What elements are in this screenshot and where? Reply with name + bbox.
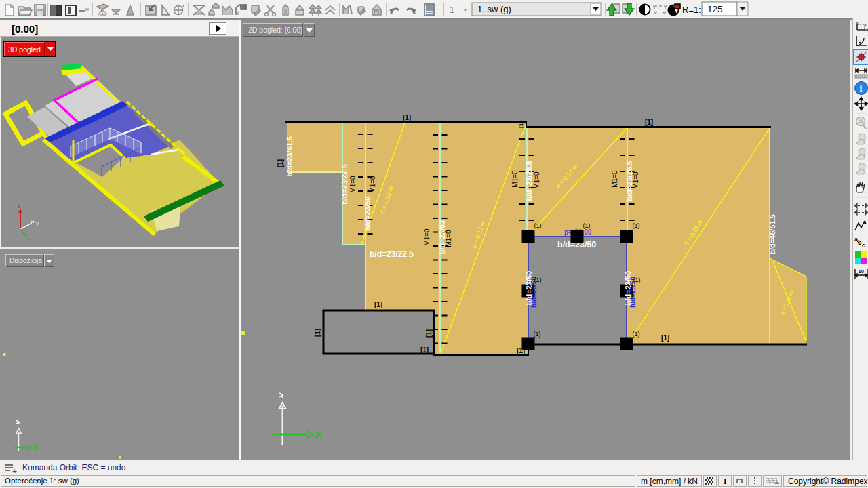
svg-text:M1=0: M1=0 <box>611 170 618 188</box>
svg-text:[1]: [1] <box>374 301 382 308</box>
svg-text:(1): (1) <box>534 222 542 229</box>
svg-text:[1]: [1] <box>425 329 433 338</box>
svg-text:c: c <box>862 242 865 249</box>
svg-text:y: y <box>36 220 39 226</box>
svg-text:M1=0: M1=0 <box>369 176 376 193</box>
svg-text:[1]: [1] <box>314 329 321 337</box>
svg-text:M1=0: M1=0 <box>632 171 639 189</box>
svg-text:b/d=23/22.5: b/d=23/22.5 <box>370 249 414 259</box>
svg-text:1. sw (g): 1. sw (g) <box>477 4 511 14</box>
svg-text:M1=0: M1=0 <box>533 171 540 189</box>
svg-text:[1]: [1] <box>645 119 653 126</box>
svg-text:x: x <box>28 237 31 243</box>
svg-text:b/d=23/22.5: b/d=23/22.5 <box>340 164 349 205</box>
svg-text:(1): (1) <box>534 331 541 338</box>
svg-text:(1): (1) <box>633 277 641 283</box>
svg-text:R=1:: R=1: <box>682 5 701 15</box>
svg-text:(1): (1) <box>633 222 640 229</box>
svg-text:1: 1 <box>450 5 454 15</box>
svg-text:b/d=23/50: b/d=23/50 <box>363 197 372 230</box>
svg-text:b/d=23/41.5: b/d=23/41.5 <box>285 136 294 177</box>
svg-text:[1]: [1] <box>420 346 429 354</box>
svg-text:(1): (1) <box>534 277 542 283</box>
svg-text:z: z <box>18 203 20 209</box>
svg-text:[1]: [1] <box>403 114 411 121</box>
svg-text:b/d=23/26.5: b/d=23/26.5 <box>525 161 533 201</box>
svg-text:(1): (1) <box>583 222 591 229</box>
svg-text:10: 10 <box>859 268 864 274</box>
svg-text:M1=0: M1=0 <box>445 230 452 247</box>
svg-text:i: i <box>860 84 863 94</box>
svg-text:[1]: [1] <box>277 159 284 167</box>
svg-text:[1]: [1] <box>517 347 525 354</box>
svg-text:125: 125 <box>707 4 723 14</box>
svg-text:M1=0: M1=0 <box>511 170 519 188</box>
svg-text:[1]: [1] <box>661 334 669 342</box>
svg-text:M1=0: M1=0 <box>423 228 431 246</box>
svg-text:M1=0: M1=0 <box>349 176 357 193</box>
svg-text:[1]: [1] <box>518 121 524 128</box>
svg-text:b/d=46/51.5: b/d=46/51.5 <box>768 214 776 255</box>
svg-text:(1): (1) <box>633 331 640 338</box>
